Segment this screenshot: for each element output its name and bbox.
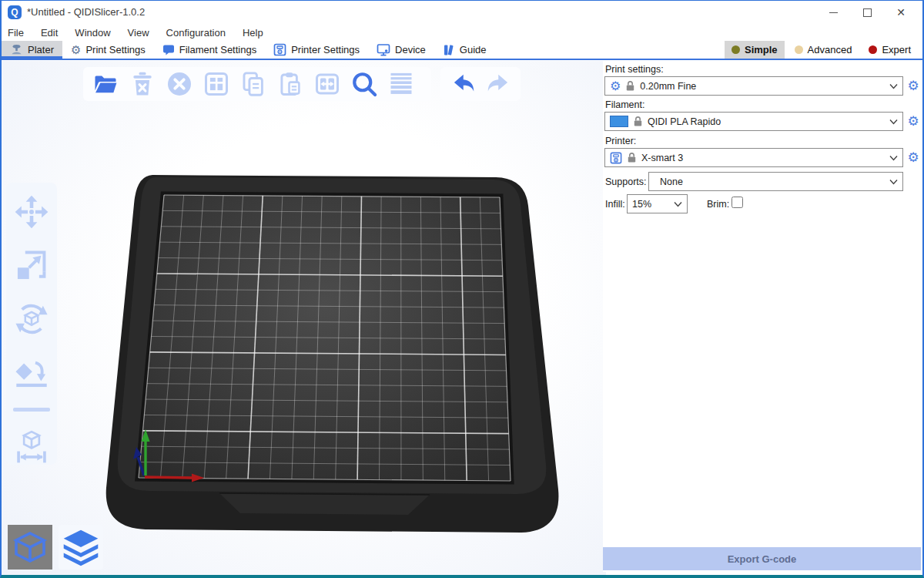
menu-configuration[interactable]: Configuration	[166, 27, 226, 39]
infill-value: 15%	[632, 199, 651, 210]
3d-viewport[interactable]	[2, 61, 606, 575]
brim-checkbox[interactable]	[732, 197, 743, 208]
preview-view-button[interactable]	[59, 525, 103, 570]
print-settings-value: 0.20mm Fine	[640, 81, 696, 92]
infill-label: Infill:	[605, 199, 625, 210]
chevron-down-icon	[889, 83, 898, 89]
supports-label: Supports:	[605, 176, 647, 187]
window-title: *Untitled - QIDISlicer-1.0.2	[27, 6, 145, 18]
tab-plater[interactable]: Plater	[2, 41, 62, 59]
print-bed-scene	[2, 61, 606, 576]
device-icon	[377, 43, 390, 56]
undo-redo-toolbar	[440, 67, 521, 101]
supports-value: None	[654, 176, 683, 187]
infill-select[interactable]: 15%	[627, 194, 688, 213]
menu-file[interactable]: File	[8, 27, 24, 39]
gear-icon: ⚙	[907, 150, 919, 166]
filament-select[interactable]: QIDI PLA Rapido	[604, 112, 903, 131]
mode-expert[interactable]: Expert	[862, 41, 918, 59]
delete-button[interactable]	[126, 69, 159, 99]
main-toolbar	[83, 67, 431, 101]
print-settings-select[interactable]: ⚙ 0.20mm Fine	[604, 76, 903, 96]
filament-value: QIDI PLA Rapido	[648, 116, 721, 127]
expert-dot-icon	[869, 45, 877, 54]
brim-label: Brim:	[707, 199, 729, 210]
layers-icon	[387, 70, 415, 98]
measure-icon	[14, 428, 49, 464]
3d-view-cube-icon	[12, 529, 49, 566]
lock-icon	[634, 116, 642, 126]
open-folder-icon	[92, 70, 119, 98]
printer-select[interactable]: X-smart 3	[604, 148, 903, 167]
menu-view[interactable]: View	[128, 27, 149, 39]
measure-button[interactable]	[13, 428, 50, 465]
close-icon: ✕	[896, 7, 906, 18]
scale-icon	[14, 247, 49, 283]
printer-icon	[273, 43, 286, 56]
gear-icon: ⚙	[71, 44, 81, 55]
undo-icon	[449, 70, 477, 98]
plater-icon	[10, 43, 23, 56]
delete-icon	[129, 70, 156, 98]
mode-advanced[interactable]: Advanced	[788, 41, 859, 59]
tab-printer-settings[interactable]: Printer Settings	[265, 41, 368, 59]
supports-select[interactable]: None	[648, 172, 903, 191]
maximize-button[interactable]	[850, 1, 884, 24]
menu-bar: File Edit Window View Configuration Help	[2, 24, 922, 41]
tab-print-settings[interactable]: ⚙ Print Settings	[62, 41, 154, 59]
lock-icon	[626, 81, 634, 91]
mode-selector: Simple Advanced Expert	[725, 41, 918, 59]
app-window: Q *Untitled - QIDISlicer-1.0.2 ✕ File Ed…	[0, 0, 924, 578]
chevron-down-icon	[674, 201, 682, 207]
printer-icon	[610, 152, 622, 164]
rotate-button[interactable]	[13, 301, 50, 337]
tab-filament-settings[interactable]: Filament Settings	[154, 41, 265, 59]
tab-guide[interactable]: Guide	[434, 41, 495, 59]
delete-all-button[interactable]	[163, 69, 196, 99]
split-icon	[313, 70, 341, 98]
printer-gear-button[interactable]: ⚙	[906, 150, 921, 165]
minimize-button[interactable]	[816, 1, 850, 24]
menu-edit[interactable]: Edit	[41, 27, 58, 39]
print-settings-label: Print settings:	[605, 64, 664, 75]
app-logo-icon: Q	[8, 5, 22, 19]
print-settings-gear-button[interactable]: ⚙	[906, 78, 921, 93]
gizmo-separator	[13, 408, 50, 412]
move-button[interactable]	[13, 193, 50, 230]
copy-icon	[239, 70, 267, 98]
undo-button[interactable]	[447, 69, 478, 99]
title-bar[interactable]: Q *Untitled - QIDISlicer-1.0.2 ✕	[2, 1, 922, 24]
open-button[interactable]	[89, 69, 122, 99]
copy-button[interactable]	[237, 69, 270, 99]
3d-editor-view-button[interactable]	[8, 525, 52, 570]
chevron-down-icon	[889, 155, 898, 161]
guide-icon	[443, 44, 455, 56]
redo-icon	[485, 70, 513, 98]
place-on-face-icon	[14, 355, 49, 390]
rotate-icon	[14, 301, 49, 337]
filament-color-swatch	[610, 116, 628, 127]
scale-button[interactable]	[13, 247, 50, 283]
filament-icon	[162, 44, 175, 56]
gear-icon: ⚙	[907, 78, 919, 94]
export-gcode-button[interactable]: Export G-code	[603, 547, 921, 570]
menu-help[interactable]: Help	[243, 27, 263, 39]
simple-dot-icon	[732, 45, 740, 54]
split-button[interactable]	[311, 69, 343, 99]
printer-value: X-smart 3	[641, 153, 683, 163]
paste-button[interactable]	[274, 69, 306, 99]
filament-gear-button[interactable]: ⚙	[906, 113, 921, 129]
redo-button[interactable]	[483, 69, 514, 99]
move-icon	[14, 194, 49, 230]
close-button[interactable]: ✕	[884, 1, 918, 24]
mode-simple[interactable]: Simple	[725, 41, 785, 59]
search-button[interactable]	[348, 69, 380, 99]
delete-all-icon	[166, 70, 193, 98]
variable-layer-height-button[interactable]	[385, 69, 417, 99]
filament-label: Filament:	[605, 99, 644, 110]
menu-window[interactable]: Window	[75, 27, 110, 39]
paste-icon	[276, 70, 304, 98]
place-on-face-button[interactable]	[13, 354, 50, 390]
tab-device[interactable]: Device	[368, 41, 434, 59]
arrange-button[interactable]	[200, 69, 233, 99]
